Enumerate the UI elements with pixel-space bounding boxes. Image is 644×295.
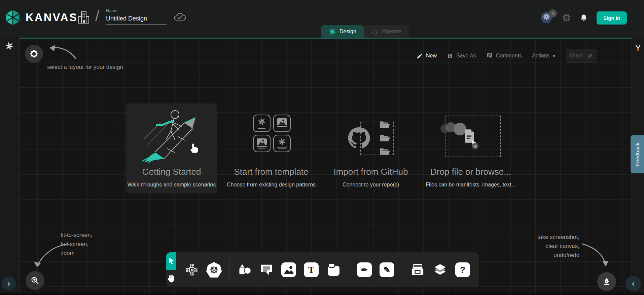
shapes-tool[interactable]	[238, 263, 252, 277]
text-tool[interactable]: T	[304, 262, 319, 277]
image-icon	[284, 265, 294, 275]
actions-label: Actions	[532, 53, 549, 59]
help-tool[interactable]: ?	[455, 262, 470, 277]
pencil-icon: ✎	[380, 262, 394, 277]
bottom-left-hint: fit-to-screen, full-screen, zoom	[61, 230, 92, 258]
kubernetes-context-button[interactable]: ☸ 0	[541, 11, 553, 24]
chevron-down-icon: ▾	[553, 53, 556, 59]
sign-in-button[interactable]: Sign In	[597, 11, 627, 25]
import-drawer-tool[interactable]	[410, 262, 425, 277]
save-as-button[interactable]: Save As	[447, 53, 476, 59]
card-drop-file[interactable]: Drop file or browse... Files can be mani…	[414, 167, 528, 188]
card-label: Getting Started Walk-throughs and sample…	[126, 167, 217, 188]
name-label: Name	[106, 8, 167, 13]
plus-badge: +	[472, 143, 478, 149]
design-canvas[interactable]: Y select a layout for your design	[0, 38, 644, 295]
rocket-rider-illustration	[135, 106, 209, 163]
design-pinwheel-icon	[329, 28, 336, 35]
card-title: Getting Started	[126, 167, 217, 177]
share-label: Share	[569, 53, 583, 59]
shapes-icon	[238, 263, 252, 277]
pan-tool[interactable]	[166, 270, 176, 287]
left-panel-strip	[0, 38, 20, 295]
pencil-tool[interactable]: ✎	[380, 262, 394, 277]
github-octocat-icon	[347, 126, 371, 150]
kanvas-app: KANVAS / Name Design Operate ☸ 0 ⚙	[0, 0, 644, 295]
share-button[interactable]: Share	[566, 49, 597, 63]
header-actions: ☸ 0 ⚙ Sign In	[541, 10, 627, 26]
text-T-icon: T	[304, 262, 319, 277]
pinwheel-icon[interactable]	[5, 42, 14, 50]
floppy-save-icon	[447, 53, 453, 59]
actions-dropdown[interactable]: Actions ▾	[532, 53, 556, 59]
image-tool[interactable]	[281, 262, 296, 277]
template-tile	[253, 135, 271, 152]
layout-hint-text: select a layout for your design	[47, 62, 123, 72]
template-tile	[273, 115, 291, 132]
zoom-in-magnifier-icon	[30, 276, 40, 285]
pen-tool[interactable]: ✒	[357, 262, 372, 277]
select-tool[interactable]	[166, 252, 176, 270]
sticky-note-icon	[326, 262, 341, 277]
card-title: Import from GitHub	[314, 167, 428, 177]
brand-name: KANVAS	[26, 11, 78, 24]
question-mark-icon: ?	[455, 262, 470, 277]
bottom-scroll-track	[0, 293, 644, 295]
organization-icon[interactable]	[78, 11, 90, 24]
template-thumbnails[interactable]	[253, 115, 291, 152]
image-icon	[277, 119, 287, 125]
expand-right-panel-button[interactable]: ‹	[625, 276, 641, 291]
comment-tool[interactable]	[259, 263, 274, 277]
design-name-input[interactable]	[106, 14, 167, 25]
canvas-toolbar: New Save As Comments Actions ▾ Share	[417, 49, 597, 62]
layers-icon	[433, 263, 448, 277]
card-start-from-template[interactable]: Start from template Choose from existing…	[214, 167, 328, 188]
bottom-right-hint: take screenshot, clear canvas, undo/redo	[537, 233, 579, 260]
card-import-from-github[interactable]: Import from GitHub Connect to your repo(…	[314, 167, 428, 188]
flows-y-icon[interactable]: Y	[632, 43, 644, 53]
save-as-label: Save As	[456, 53, 476, 59]
tab-design[interactable]: Design	[321, 25, 364, 38]
canvas-top-border	[0, 38, 644, 39]
drawer-icon	[410, 262, 425, 277]
tool-groups: ☸ T ✒	[176, 252, 479, 287]
app-header: KANVAS / Name Design Operate ☸ 0 ⚙	[0, 0, 644, 38]
kubernetes-tool[interactable]: ☸	[206, 262, 222, 278]
breadcrumb-slash: /	[95, 7, 99, 24]
tab-operate[interactable]: Operate	[364, 25, 409, 38]
pan-hand-icon	[166, 273, 176, 284]
template-tile	[253, 115, 271, 132]
pen-actions-button[interactable]	[597, 272, 616, 291]
component-tool[interactable]	[185, 263, 199, 277]
toolbar-divider	[349, 258, 349, 282]
tab-design-label: Design	[339, 29, 356, 35]
brand[interactable]: KANVAS	[4, 9, 78, 26]
card-getting-started[interactable]: Getting Started Walk-throughs and sample…	[126, 103, 217, 194]
comments-label: Comments	[496, 53, 522, 59]
open-folder-icon	[380, 134, 390, 142]
kanvas-logo-icon	[4, 9, 22, 26]
comment-icon	[259, 263, 274, 277]
expand-left-panel-button[interactable]: ›	[2, 277, 16, 291]
layers-tool[interactable]	[433, 263, 448, 277]
tab-operate-label: Operate	[382, 29, 401, 35]
image-icon	[257, 139, 266, 145]
pointer-hand-cursor	[187, 140, 200, 154]
sticky-note-tool[interactable]	[326, 262, 341, 277]
toolbar-divider	[402, 258, 402, 282]
kubernetes-wheel-icon: ☸	[206, 262, 222, 278]
comments-button[interactable]: Comments	[486, 52, 522, 59]
card-title: Drop file or browse...	[414, 167, 528, 177]
pen-nib-icon	[602, 277, 611, 286]
pinwheel-icon	[278, 138, 286, 146]
card-subtitle: Files can be manifests, images, text...	[414, 181, 528, 188]
settings-gear-icon[interactable]: ⚙	[562, 13, 571, 23]
zoom-in-button[interactable]	[26, 271, 44, 290]
pen-nib-icon: ✒	[357, 262, 372, 277]
feedback-tab[interactable]: Feedback	[631, 135, 644, 173]
notifications-bell-icon[interactable]	[579, 13, 588, 22]
flower-layout-icon	[30, 49, 38, 58]
select-cursor-icon	[167, 257, 176, 265]
layout-button[interactable]	[25, 45, 43, 63]
new-button[interactable]: New	[417, 53, 437, 59]
